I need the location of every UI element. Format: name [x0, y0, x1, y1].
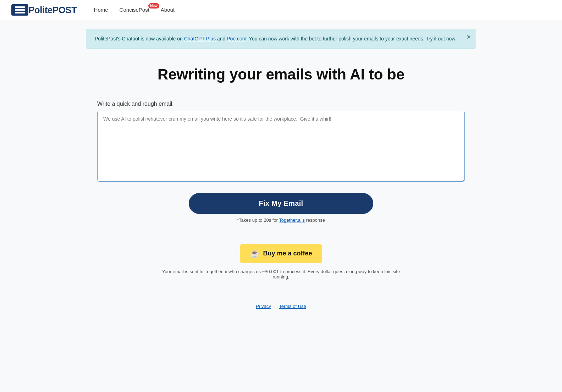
terms-link[interactable]: Terms of Use — [279, 304, 306, 309]
fix-email-button[interactable]: Fix My Email — [189, 193, 373, 214]
cost-note: Your email is sent to Together.ai who ch… — [157, 269, 405, 280]
email-label: Write a quick and rough email. — [97, 101, 465, 107]
navbar: PolitePOST Home ConcisePost New About — [0, 0, 562, 20]
nav-about[interactable]: About — [161, 7, 175, 13]
banner-text-prefix: PolitePost's Chatbot is now available on — [95, 36, 184, 42]
banner-text-mid: and — [216, 36, 227, 42]
nav-home[interactable]: Home — [94, 7, 108, 13]
nav-concisepost-wrapper: ConcisePost New — [120, 7, 149, 13]
svg-rect-2 — [15, 12, 25, 13]
footer-separator: | — [274, 304, 275, 309]
email-section: Write a quick and rough email. — [97, 101, 465, 183]
page-headline: Rewriting your emails with AI to be — [97, 66, 465, 83]
privacy-link[interactable]: Privacy — [256, 304, 271, 309]
footer: Privacy | Terms of Use — [0, 297, 562, 316]
nav-links: Home ConcisePost New About — [94, 7, 175, 13]
coffee-button-label: Buy me a coffee — [263, 250, 312, 257]
coffee-section: ☕ Buy me a coffee Your email is sent to … — [97, 244, 465, 280]
announcement-banner: PolitePost's Chatbot is now available on… — [86, 29, 476, 49]
banner-link-poe[interactable]: Poe.com — [227, 36, 246, 42]
banner-link-chatgpt[interactable]: ChatGPT Plus — [184, 36, 216, 42]
banner-close-button[interactable]: × — [467, 33, 471, 40]
logo-link[interactable]: PolitePOST — [11, 4, 77, 16]
nav-concisepost[interactable]: ConcisePost — [120, 7, 149, 13]
main-content: Rewriting your emails with AI to be Writ… — [86, 57, 476, 288]
logo-icon — [11, 4, 28, 16]
svg-rect-1 — [15, 9, 25, 11]
logo-text: PolitePOST — [28, 5, 77, 16]
coffee-icon: ☕ — [250, 249, 259, 258]
banner-text-suffix: ! You can now work with the bot to furth… — [246, 36, 457, 42]
buy-coffee-button[interactable]: ☕ Buy me a coffee — [240, 244, 322, 263]
email-input[interactable] — [97, 111, 465, 182]
svg-rect-0 — [15, 6, 25, 8]
new-badge: New — [148, 3, 159, 9]
together-note: *Takes up to 20s for Together.ai's respo… — [97, 217, 465, 223]
togetherai-link[interactable]: Together.ai's — [279, 217, 305, 223]
